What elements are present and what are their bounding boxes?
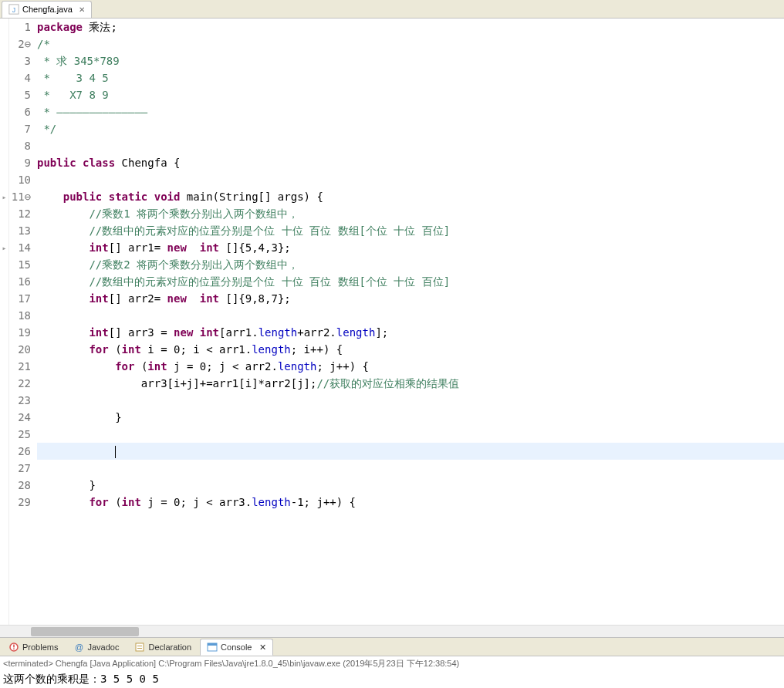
line-number: 5 [9,86,31,103]
code-line[interactable] [37,443,784,460]
tab-declaration[interactable]: Declaration [127,639,198,656]
line-number-gutter: 12⊖34567891011⊖1213141516171819202122232… [9,19,37,625]
view-tabs: Problems @ Javadoc Declaration Console ✕ [0,638,784,656]
code-line[interactable]: package 乘法; [37,19,784,35]
code-line[interactable]: for (int j = 0; j < arr3.length-1; j++) … [37,494,784,511]
marker-slot [0,103,8,120]
marker-slot [0,256,8,273]
marker-slot [0,137,8,154]
line-number: 1 [9,19,31,35]
marker-slot [0,426,8,443]
code-line[interactable]: int[] arr2= new int []{9,8,7}; [37,290,784,307]
svg-rect-10 [208,643,217,646]
editor-tab-chengfa[interactable]: J Chengfa.java ✕ [2,1,92,18]
marker-slot [0,120,8,137]
svg-rect-7 [137,646,142,646]
marker-slot: ▸ [0,239,8,256]
code-line[interactable]: //乘数2 将两个乘数分别出入两个数组中， [37,256,784,273]
tab-problems[interactable]: Problems [2,639,65,656]
code-line[interactable]: * —————————————— [37,103,784,120]
code-line[interactable] [37,460,784,477]
tab-console[interactable]: Console ✕ [200,639,273,656]
line-number: 16 [9,273,31,290]
code-line[interactable]: //乘数1 将两个乘数分别出入两个数组中， [37,205,784,222]
svg-rect-8 [137,648,142,649]
code-line[interactable] [37,171,784,188]
code-line[interactable]: * 求 345*789 [37,52,784,69]
line-number: 2⊖ [9,35,31,52]
line-number: 4 [9,69,31,86]
close-icon[interactable]: ✕ [79,5,85,14]
line-number: 19 [9,324,31,341]
tab-console-label: Console [221,642,252,652]
marker-slot [0,69,8,86]
editor-area: ▸▸ 12⊖34567891011⊖1213141516171819202122… [0,19,784,625]
code-line[interactable] [37,426,784,443]
svg-rect-6 [136,643,144,651]
editor-tab-bar: J Chengfa.java ✕ [0,0,784,19]
marker-slot [0,409,8,426]
marker-slot [0,460,8,477]
code-line[interactable]: } [37,477,784,494]
code-line[interactable]: for (int i = 0; i < arr1.length; i++) { [37,341,784,358]
line-number: 22 [9,375,31,392]
marker-slot [0,290,8,307]
code-line[interactable]: public static void main(String[] args) { [37,188,784,205]
horizontal-scrollbar[interactable] [0,625,784,637]
scrollbar-thumb[interactable] [31,627,139,636]
line-number: 13 [9,222,31,239]
marker-slot [0,222,8,239]
line-number: 29 [9,494,31,511]
line-number: 26 [9,443,31,460]
line-number: 18 [9,307,31,324]
marker-slot [0,443,8,460]
code-line[interactable]: arr3[i+j]+=arr1[i]*arr2[j];//获取的对应位相乘的结果… [37,375,784,392]
marker-slot [0,86,8,103]
console-output: 这两个数的乘积是：3 5 5 0 5 [0,671,784,688]
code-editor[interactable]: package 乘法;/* * 求 345*789 * 3 4 5 * X7 8… [37,19,784,625]
line-number: 10 [9,171,31,188]
close-icon[interactable]: ✕ [259,642,266,653]
line-number: 3 [9,52,31,69]
code-line[interactable]: //数组中的元素对应的位置分别是个位 十位 百位 数组[个位 十位 百位] [37,222,784,239]
line-number: 11⊖ [9,188,31,205]
code-line[interactable]: } [37,409,784,426]
marker-slot [0,494,8,511]
line-number: 21 [9,358,31,375]
marker-slot: ▸ [0,188,8,205]
marker-slot [0,358,8,375]
line-number: 9 [9,154,31,171]
tab-javadoc-label: Javadoc [87,642,119,652]
line-number: 6 [9,103,31,120]
code-line[interactable]: */ [37,120,784,137]
line-number: 15 [9,256,31,273]
line-number: 12 [9,205,31,222]
declaration-icon [134,642,145,653]
marker-slot [0,171,8,188]
code-line[interactable] [37,137,784,154]
marker-slot [0,341,8,358]
code-line[interactable]: int[] arr1= new int []{5,4,3}; [37,239,784,256]
code-line[interactable]: * 3 4 5 [37,69,784,86]
code-line[interactable]: /* [37,35,784,52]
tab-javadoc[interactable]: @ Javadoc [66,639,126,656]
svg-text:@: @ [75,642,83,652]
code-line[interactable] [37,392,784,409]
code-line[interactable]: public class Chengfa { [37,154,784,171]
line-number: 23 [9,392,31,409]
editor-tab-filename: Chengfa.java [22,5,73,14]
code-line[interactable]: int[] arr3 = new int[arr1.length+arr2.le… [37,324,784,341]
line-number: 28 [9,477,31,494]
code-line[interactable]: * X7 8 9 [37,86,784,103]
line-number: 25 [9,426,31,443]
svg-text:J: J [12,6,15,14]
line-number: 20 [9,341,31,358]
tab-declaration-label: Declaration [148,642,191,652]
code-line[interactable]: //数组中的元素对应的位置分别是个位 十位 百位 数组[个位 十位 百位] [37,273,784,290]
java-file-icon: J [8,4,19,15]
line-number: 27 [9,460,31,477]
console-icon [207,642,218,653]
code-line[interactable] [37,307,784,324]
javadoc-icon: @ [73,642,84,653]
code-line[interactable]: for (int j = 0; j < arr2.length; j++) { [37,358,784,375]
